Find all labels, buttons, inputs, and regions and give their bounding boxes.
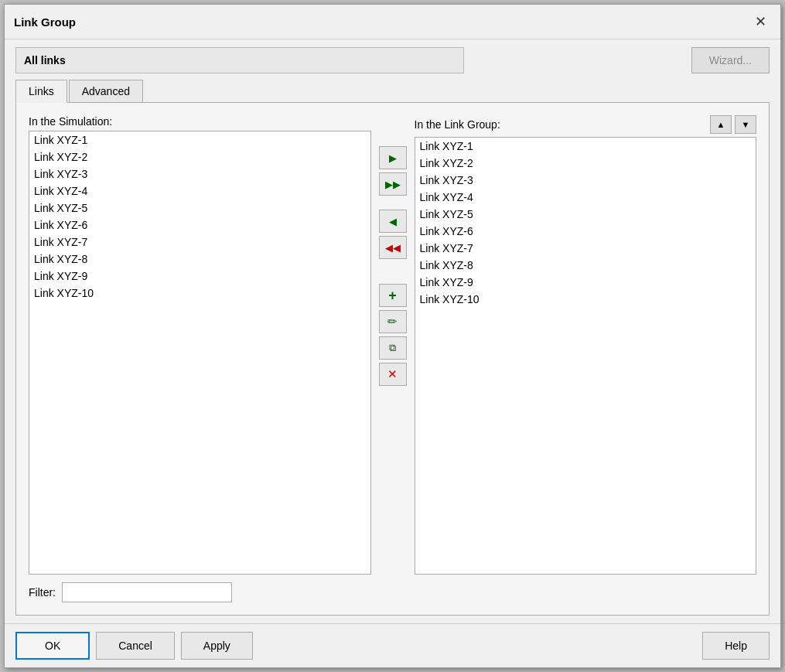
- add-buttons: ▶ ▶▶: [379, 146, 407, 196]
- all-links-label: All links: [15, 47, 464, 73]
- list-item[interactable]: Link XYZ-5: [415, 206, 756, 223]
- tab-links[interactable]: Links: [15, 80, 67, 103]
- bottom-left-buttons: OK Cancel Apply: [15, 632, 253, 660]
- list-item[interactable]: Link XYZ-3: [29, 165, 370, 182]
- edit-button[interactable]: ✏: [379, 310, 407, 333]
- list-item[interactable]: Link XYZ-1: [415, 138, 756, 155]
- filter-label: Filter:: [29, 586, 56, 599]
- wizard-button[interactable]: Wizard...: [691, 47, 770, 73]
- add-one-button[interactable]: ▶: [379, 146, 407, 169]
- edit-buttons: + ✏ ⧉ ✕: [379, 284, 407, 386]
- list-item[interactable]: Link XYZ-9: [29, 268, 370, 285]
- move-up-button[interactable]: ▲: [710, 115, 732, 134]
- tab-advanced[interactable]: Advanced: [69, 80, 143, 102]
- list-item[interactable]: Link XYZ-8: [415, 257, 756, 274]
- lists-area: In the Simulation: Link XYZ-1Link XYZ-2L…: [29, 115, 756, 575]
- list-item[interactable]: Link XYZ-1: [29, 131, 370, 148]
- list-item[interactable]: Link XYZ-5: [29, 200, 370, 217]
- filter-input[interactable]: [62, 582, 232, 602]
- group-list[interactable]: Link XYZ-1Link XYZ-2Link XYZ-3Link XYZ-4…: [415, 137, 757, 575]
- ok-button[interactable]: OK: [15, 632, 90, 660]
- tab-content-links: In the Simulation: Link XYZ-1Link XYZ-2L…: [15, 103, 770, 616]
- list-item[interactable]: Link XYZ-10: [415, 291, 756, 308]
- list-item[interactable]: Link XYZ-3: [415, 172, 756, 189]
- group-header: In the Link Group: ▲ ▼: [415, 115, 757, 134]
- filter-row: Filter:: [29, 582, 756, 602]
- move-down-button[interactable]: ▼: [735, 115, 756, 134]
- list-item[interactable]: Link XYZ-7: [29, 234, 370, 251]
- list-item[interactable]: Link XYZ-7: [415, 240, 756, 257]
- help-button[interactable]: Help: [702, 632, 770, 660]
- cancel-button[interactable]: Cancel: [96, 632, 175, 660]
- tabs: Links Advanced: [15, 80, 770, 103]
- title-bar: Link Group ✕: [5, 5, 780, 39]
- list-item[interactable]: Link XYZ-10: [29, 285, 370, 302]
- middle-buttons: ▶ ▶▶ ◀ ◀◀ + ✏ ⧉ ✕: [371, 115, 415, 575]
- simulation-label: In the Simulation:: [29, 115, 371, 128]
- remove-buttons: ◀ ◀◀: [379, 210, 407, 259]
- content-area: All links Wizard... Links Advanced In th…: [5, 39, 780, 623]
- dialog-title: Link Group: [14, 15, 76, 29]
- add-all-button[interactable]: ▶▶: [379, 172, 407, 196]
- group-section: In the Link Group: ▲ ▼ Link XYZ-1Link XY…: [415, 115, 757, 575]
- top-row: All links Wizard...: [15, 47, 770, 73]
- link-group-dialog: Link Group ✕ All links Wizard... Links A…: [4, 4, 781, 668]
- simulation-list[interactable]: Link XYZ-1Link XYZ-2Link XYZ-3Link XYZ-4…: [29, 131, 371, 575]
- list-item[interactable]: Link XYZ-2: [415, 155, 756, 172]
- simulation-section: In the Simulation: Link XYZ-1Link XYZ-2L…: [29, 115, 371, 575]
- list-item[interactable]: Link XYZ-2: [29, 148, 370, 165]
- group-label: In the Link Group:: [415, 118, 708, 131]
- list-item[interactable]: Link XYZ-8: [29, 251, 370, 268]
- bottom-bar: OK Cancel Apply Help: [5, 623, 780, 667]
- apply-button[interactable]: Apply: [181, 632, 253, 660]
- delete-button[interactable]: ✕: [379, 363, 407, 386]
- close-button[interactable]: ✕: [749, 11, 771, 32]
- remove-one-button[interactable]: ◀: [379, 210, 407, 233]
- new-button[interactable]: +: [379, 284, 407, 307]
- list-item[interactable]: Link XYZ-6: [29, 217, 370, 234]
- list-item[interactable]: Link XYZ-4: [29, 182, 370, 200]
- list-item[interactable]: Link XYZ-4: [415, 189, 756, 206]
- remove-all-button[interactable]: ◀◀: [379, 236, 407, 259]
- list-item[interactable]: Link XYZ-9: [415, 274, 756, 291]
- copy-button[interactable]: ⧉: [379, 336, 407, 360]
- list-item[interactable]: Link XYZ-6: [415, 223, 756, 240]
